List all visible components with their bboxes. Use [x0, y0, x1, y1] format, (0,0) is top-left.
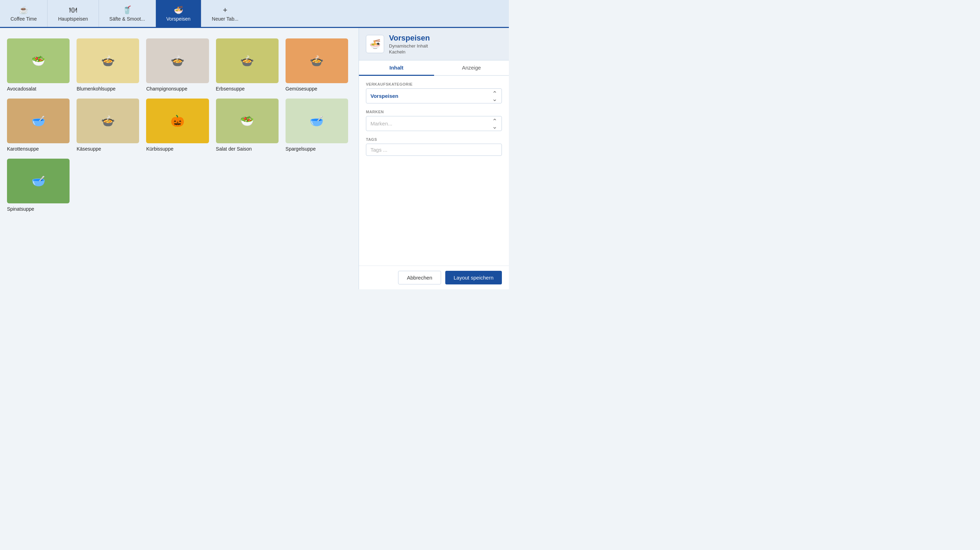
- food-label-7: Käsesuppe: [76, 146, 139, 152]
- sidebar-icon-box: 🍜: [366, 35, 384, 53]
- food-visual-8: 🎃: [146, 99, 208, 143]
- food-thumb-3: 🍲: [146, 38, 208, 83]
- tab-new[interactable]: + Neuer Tab...: [201, 0, 249, 27]
- food-item-8[interactable]: 🎃Kürbissuppe: [146, 99, 208, 152]
- food-item-6[interactable]: 🥣Karottensuppe: [7, 99, 70, 152]
- tab-hauptspeisen[interactable]: 🍽 Hauptspeisen: [48, 0, 99, 27]
- sidebar: 🍜 Vorspeisen Dynamischer Inhalt Kacheln …: [359, 28, 509, 289]
- coffee-icon: ☕: [19, 6, 28, 15]
- verkaufskategorie-value: Vorspeisen: [371, 93, 398, 99]
- food-grid: 🥗Avocadosalat🍲Blumenkohlsuppe🍲Champignon…: [3, 35, 352, 215]
- sidebar-header: 🍜 Vorspeisen Dynamischer Inhalt Kacheln: [359, 28, 509, 60]
- sidebar-form: VERKAUFSKATEGORIE Vorspeisen ⌃ ⌃ MARKEN …: [359, 76, 509, 265]
- food-label-11: Spinatsuppe: [7, 206, 70, 212]
- sidebar-title-area: Vorspeisen Dynamischer Inhalt Kacheln: [389, 33, 430, 54]
- food-item-4[interactable]: 🍲Erbsensuppe: [216, 38, 278, 92]
- verkaufskategorie-label: VERKAUFSKATEGORIE: [366, 82, 502, 86]
- food-item-10[interactable]: 🥣Spargelsuppe: [286, 99, 348, 152]
- food-visual-2: 🍲: [76, 38, 139, 83]
- tab-coffee-time-label: Coffee Time: [11, 16, 37, 22]
- tags-placeholder: Tags ...: [371, 147, 387, 153]
- food-thumb-5: 🍲: [286, 38, 348, 83]
- food-label-4: Erbsensuppe: [216, 86, 278, 92]
- food-visual-10: 🥣: [286, 99, 348, 143]
- food-label-9: Salat der Saison: [216, 146, 278, 152]
- food-label-8: Kürbissuppe: [146, 146, 208, 152]
- food-thumb-8: 🎃: [146, 99, 208, 143]
- marken-select[interactable]: Marken... ⌃ ⌃: [366, 116, 502, 131]
- marken-placeholder: Marken...: [371, 121, 393, 127]
- content-area: 🥗Avocadosalat🍲Blumenkohlsuppe🍲Champignon…: [0, 28, 359, 289]
- food-label-3: Champignonsuppe: [146, 86, 208, 92]
- tab-coffee-time[interactable]: ☕ Coffee Time: [0, 0, 48, 27]
- food-item-9[interactable]: 🥗Salat der Saison: [216, 99, 278, 152]
- sidebar-tab-anzeige[interactable]: Anzeige: [434, 60, 509, 76]
- save-button[interactable]: Layout speichern: [445, 271, 502, 285]
- tags-input[interactable]: Tags ...: [366, 144, 502, 156]
- food-label-1: Avocadosalat: [7, 86, 70, 92]
- food-item-3[interactable]: 🍲Champignonsuppe: [146, 38, 208, 92]
- tags-group: TAGS Tags ...: [366, 137, 502, 156]
- marken-chevron-icon: ⌃ ⌃: [492, 119, 497, 128]
- sidebar-title: Vorspeisen: [389, 33, 430, 43]
- food-thumb-4: 🍲: [216, 38, 278, 83]
- tags-label: TAGS: [366, 137, 502, 141]
- sidebar-subtitle: Dynamischer Inhalt: [389, 43, 430, 49]
- vorspeisen-icon: 🍜: [174, 6, 183, 15]
- sidebar-category-icon: 🍜: [369, 39, 380, 49]
- sidebar-tabs: Inhalt Anzeige: [359, 60, 509, 76]
- food-visual-6: 🥣: [7, 99, 70, 143]
- food-item-2[interactable]: 🍲Blumenkohlsuppe: [76, 38, 139, 92]
- food-item-1[interactable]: 🥗Avocadosalat: [7, 38, 70, 92]
- tab-saefte[interactable]: 🥤 Säfte & Smoot...: [99, 0, 156, 27]
- marken-label: MARKEN: [366, 110, 502, 114]
- food-visual-7: 🍲: [76, 99, 139, 143]
- food-item-11[interactable]: 🥣Spinatsuppe: [7, 159, 70, 212]
- main-area: 🥗Avocadosalat🍲Blumenkohlsuppe🍲Champignon…: [0, 28, 509, 289]
- food-label-2: Blumenkohlsuppe: [76, 86, 139, 92]
- food-visual-4: 🍲: [216, 38, 278, 83]
- sidebar-tab-inhalt[interactable]: Inhalt: [359, 60, 434, 76]
- food-thumb-9: 🥗: [216, 99, 278, 143]
- saefte-icon: 🥤: [123, 6, 132, 15]
- food-visual-5: 🍲: [286, 38, 348, 83]
- food-label-10: Spargelsuppe: [286, 146, 348, 152]
- food-thumb-11: 🥣: [7, 159, 70, 203]
- food-label-6: Karottensuppe: [7, 146, 70, 152]
- food-visual-9: 🥗: [216, 99, 278, 143]
- hauptspeisen-icon: 🍽: [69, 6, 77, 15]
- food-thumb-1: 🥗: [7, 38, 70, 83]
- tab-vorspeisen-label: Vorspeisen: [166, 16, 191, 22]
- food-visual-11: 🥣: [7, 159, 70, 203]
- food-label-5: Gemüsesuppe: [286, 86, 348, 92]
- marken-group: MARKEN Marken... ⌃ ⌃: [366, 110, 502, 131]
- food-thumb-7: 🍲: [76, 99, 139, 143]
- tab-bar: ☕ Coffee Time 🍽 Hauptspeisen 🥤 Säfte & S…: [0, 0, 509, 28]
- sidebar-type: Kacheln: [389, 49, 430, 54]
- food-item-5[interactable]: 🍲Gemüsesuppe: [286, 38, 348, 92]
- tab-hauptspeisen-label: Hauptspeisen: [58, 16, 88, 22]
- verkaufskategorie-select[interactable]: Vorspeisen ⌃ ⌃: [366, 88, 502, 103]
- food-thumb-6: 🥣: [7, 99, 70, 143]
- cancel-button[interactable]: Abbrechen: [398, 271, 441, 285]
- tab-vorspeisen[interactable]: 🍜 Vorspeisen: [156, 0, 201, 27]
- food-visual-1: 🥗: [7, 38, 70, 83]
- food-thumb-10: 🥣: [286, 99, 348, 143]
- verkaufskategorie-chevron-icon: ⌃ ⌃: [492, 92, 497, 100]
- verkaufskategorie-group: VERKAUFSKATEGORIE Vorspeisen ⌃ ⌃: [366, 82, 502, 103]
- add-icon: +: [223, 6, 228, 15]
- food-item-7[interactable]: 🍲Käsesuppe: [76, 99, 139, 152]
- food-visual-3: 🍲: [146, 38, 208, 83]
- food-thumb-2: 🍲: [76, 38, 139, 83]
- tab-new-label: Neuer Tab...: [212, 16, 239, 22]
- tab-saefte-label: Säfte & Smoot...: [110, 16, 145, 22]
- sidebar-footer: Abbrechen Layout speichern: [359, 265, 509, 289]
